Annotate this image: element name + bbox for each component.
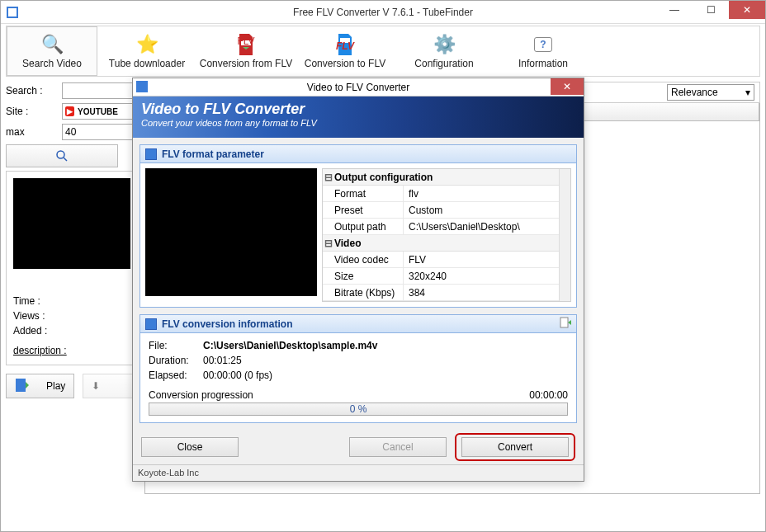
export-icon[interactable] <box>560 317 571 331</box>
conversion-panel-title: FLV conversion information <box>162 318 292 330</box>
gear-icon: ⚙️ <box>433 33 456 56</box>
tool-label: Conversion from FLV <box>200 58 292 69</box>
video-preview-panel: Time : Views : Added : description : <box>6 171 138 365</box>
prop-key: Video codec <box>323 252 404 267</box>
close-button[interactable]: ✕ <box>729 1 765 19</box>
star-icon: ⭐ <box>135 33 158 56</box>
svg-text:FLV: FLV <box>237 35 254 47</box>
svg-rect-11 <box>560 318 568 327</box>
magnifier-icon: 🔍 <box>40 33 64 56</box>
search-go-icon <box>54 148 69 163</box>
dialog-icon <box>136 81 148 92</box>
search-button[interactable] <box>6 144 118 167</box>
dialog-titlebar: Video to FLV Converter ✕ <box>133 78 584 97</box>
document-icon <box>145 318 157 330</box>
max-label: max <box>6 126 62 138</box>
youtube-icon: ▶ <box>65 106 74 116</box>
max-input[interactable]: 40 <box>62 124 138 140</box>
conversion-panel: FLV conversion information File:C:\Users… <box>139 314 577 423</box>
progress-bar: 0 % <box>149 403 568 416</box>
meta-added: Added : <box>13 323 130 338</box>
format-panel: FLV format parameter ⊟Output configurati… <box>139 144 577 308</box>
dialog-title: Video to FLV Converter <box>307 82 409 93</box>
search-input[interactable] <box>62 82 138 99</box>
dialog-statusbar: Koyote-Lab Inc <box>133 464 584 479</box>
banner-title: Video to FLV Converter <box>141 101 575 118</box>
site-value: YOUTUBE <box>78 107 118 116</box>
site-select[interactable]: ▶ YOUTUBE <box>62 103 138 120</box>
property-grid[interactable]: ⊟Output configuration Formatflv PresetCu… <box>322 168 571 302</box>
close-dialog-button[interactable]: Close <box>141 437 239 457</box>
svg-rect-8 <box>16 379 26 392</box>
search-panel: Search : Site : ▶ YOUTUBE max 40 Time : <box>6 82 138 494</box>
tool-tube-downloader[interactable]: ⭐ Tube downloader <box>97 26 196 76</box>
play-icon <box>15 378 30 395</box>
prop-val[interactable]: C:\Users\Daniel\Desktop\ <box>404 219 559 234</box>
converter-dialog: Video to FLV Converter ✕ Video to FLV Co… <box>132 78 584 482</box>
duration-label: Duration: <box>149 355 203 370</box>
maximize-button[interactable]: ☐ <box>693 1 729 19</box>
scrollbar[interactable] <box>559 169 570 301</box>
svg-rect-10 <box>136 81 148 92</box>
convert-button[interactable]: Convert <box>461 437 569 457</box>
svg-rect-1 <box>8 8 17 16</box>
tool-search-video[interactable]: 🔍 Search Video <box>7 26 97 76</box>
description-link[interactable]: description : <box>13 343 130 358</box>
minimize-button[interactable]: — <box>656 1 693 19</box>
format-panel-header: FLV format parameter <box>140 145 576 163</box>
progress-pct: 0 % <box>350 403 367 415</box>
format-preview <box>145 168 317 296</box>
tool-conversion-to-flv[interactable]: FLV Conversion to FLV <box>296 26 395 76</box>
flv-from-icon: FLV <box>234 33 258 56</box>
convert-highlight: Convert <box>455 433 575 461</box>
prop-val[interactable]: flv <box>404 186 559 201</box>
download-icon: ⬇ <box>92 380 100 392</box>
sort-select[interactable]: Relevance ▾ <box>667 84 754 101</box>
meta-views: Views : <box>13 308 130 323</box>
tool-conversion-from-flv[interactable]: FLV Conversion from FLV <box>196 26 296 76</box>
svg-line-7 <box>64 158 67 161</box>
window-title: Free FLV Converter V 7.6.1 - TubeFinder <box>293 7 473 18</box>
tool-label: Conversion to FLV <box>305 58 386 69</box>
tool-configuration[interactable]: ⚙️ Configuration <box>395 26 494 76</box>
dialog-close-button[interactable]: ✕ <box>551 78 584 95</box>
chevron-down-icon: ▾ <box>745 87 750 98</box>
download-button[interactable]: ⬇ <box>83 374 138 398</box>
prop-key: Bitrate (Kbps) <box>323 285 404 300</box>
window-controls: — ☐ ✕ <box>656 1 765 19</box>
elapsed-value: 00:00:00 (0 fps) <box>203 370 272 384</box>
tool-label: Search Video <box>22 58 82 69</box>
flv-to-icon: FLV <box>333 33 357 56</box>
tool-information[interactable]: ? Information <box>494 26 593 76</box>
cancel-button[interactable]: Cancel <box>349 437 447 457</box>
prop-key: Output path <box>323 219 404 234</box>
file-value: C:\Users\Daniel\Desktop\sample.m4v <box>203 340 377 355</box>
main-window: Free FLV Converter V 7.6.1 - TubeFinder … <box>0 0 766 532</box>
dialog-buttons: Close Cancel Convert <box>133 430 584 463</box>
svg-text:FLV: FLV <box>336 40 355 52</box>
format-panel-title: FLV format parameter <box>162 148 264 160</box>
sort-label: Relevance <box>671 87 718 98</box>
collapse-icon[interactable]: ⊟ <box>323 238 334 249</box>
action-bar: Play ⬇ <box>6 374 138 398</box>
document-icon <box>145 148 157 160</box>
elapsed-label: Elapsed: <box>149 370 203 384</box>
help-icon: ? <box>532 33 555 56</box>
conversion-panel-header: FLV conversion information <box>140 315 576 333</box>
play-label: Play <box>46 380 65 392</box>
play-button[interactable]: Play <box>6 374 74 398</box>
prop-val[interactable]: Custom <box>404 202 559 218</box>
prop-val[interactable]: FLV <box>404 252 559 267</box>
prop-val[interactable]: 384 <box>404 285 559 300</box>
collapse-icon[interactable]: ⊟ <box>323 172 334 183</box>
svg-marker-9 <box>26 382 29 388</box>
progress-time: 00:00:00 <box>529 389 568 401</box>
tool-label: Tube downloader <box>109 58 185 69</box>
prop-val[interactable]: 320x240 <box>404 268 559 284</box>
titlebar: Free FLV Converter V 7.6.1 - TubeFinder … <box>1 1 765 24</box>
video-thumbnail <box>13 178 130 269</box>
site-label: Site : <box>6 106 62 117</box>
prop-key: Format <box>323 186 404 201</box>
section-output: Output configuration <box>334 172 433 183</box>
tool-label: Configuration <box>414 58 473 69</box>
